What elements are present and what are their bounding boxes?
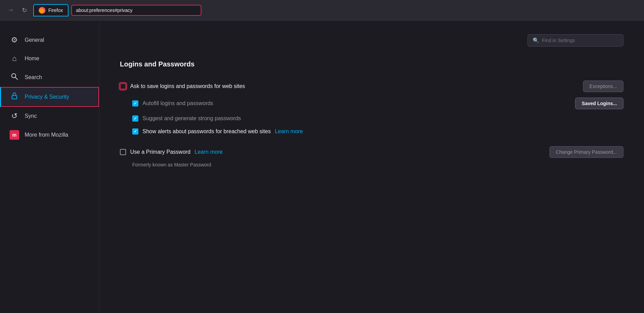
label-autofill: Autofill logins and passwords [143, 100, 213, 107]
home-icon: ⌂ [10, 54, 19, 63]
checkbox-ask-save[interactable] [120, 83, 126, 89]
address-bar[interactable] [71, 5, 201, 16]
setting-primary-password-left: Use a Primary Password Learn more [120, 149, 223, 155]
setting-autofill: Autofill logins and passwords Saved Logi… [120, 95, 623, 112]
section-title: Logins and Passwords [120, 60, 623, 71]
primary-password-section: Use a Primary Password Learn more Change… [120, 143, 623, 167]
gear-icon: ⚙ [10, 36, 19, 45]
find-settings-area: 🔍 [120, 34, 623, 47]
tab-label: Firefox [48, 8, 63, 13]
sidebar-label-search: Search [25, 74, 42, 80]
setting-breach-alerts: Show alerts about passwords for breached… [120, 125, 623, 138]
saved-logins-button[interactable]: Saved Logins... [575, 98, 623, 109]
setting-autofill-left: Autofill logins and passwords [132, 100, 213, 107]
sidebar-label-privacy: Privacy & Security [25, 94, 69, 100]
forward-button[interactable]: → [5, 4, 16, 16]
firefox-logo-icon [39, 7, 46, 14]
main-layout: ⚙ General ⌂ Home Search Priva [0, 21, 644, 313]
sidebar-item-general[interactable]: ⚙ General [0, 31, 99, 49]
breach-alerts-learn-more-link[interactable]: Learn more [275, 128, 303, 135]
find-search-icon: 🔍 [533, 37, 539, 43]
label-primary-password: Use a Primary Password [130, 149, 190, 155]
lock-icon [10, 92, 19, 102]
checkbox-autofill[interactable] [132, 100, 138, 107]
sync-icon: ↺ [10, 112, 19, 121]
tab-area: Firefox [33, 4, 639, 16]
setting-suggest: Suggest and generate strong passwords [120, 112, 623, 125]
exceptions-button[interactable]: Exceptions... [583, 80, 623, 92]
find-in-settings-wrap: 🔍 [528, 34, 623, 47]
sidebar-label-mozilla: More from Mozilla [25, 132, 68, 138]
search-icon [10, 73, 19, 82]
label-suggest: Suggest and generate strong passwords [143, 115, 241, 122]
change-primary-password-button[interactable]: Change Primary Password... [549, 146, 623, 158]
mozilla-icon: m [10, 130, 19, 140]
sidebar-label-general: General [25, 37, 44, 43]
firefox-tab[interactable]: Firefox [33, 4, 69, 16]
content-area: 🔍 Logins and Passwords Ask to save login… [99, 21, 644, 313]
sidebar-item-sync[interactable]: ↺ Sync [0, 107, 99, 125]
label-breach-alerts: Show alerts about passwords for breached… [143, 128, 271, 135]
reload-button[interactable]: ↻ [20, 4, 29, 16]
svg-line-1 [15, 77, 18, 80]
setting-ask-save-left: Ask to save logins and passwords for web… [120, 83, 245, 89]
primary-password-helper: Formerly known as Master Password [120, 161, 623, 167]
find-in-settings-input[interactable] [542, 38, 618, 43]
primary-password-learn-more-link[interactable]: Learn more [195, 149, 223, 155]
svg-rect-2 [12, 96, 17, 99]
browser-toolbar: → ↻ Firefox [0, 0, 644, 21]
sidebar-item-home[interactable]: ⌂ Home [0, 49, 99, 68]
checkbox-suggest[interactable] [132, 115, 138, 122]
sidebar-item-search[interactable]: Search [0, 68, 99, 87]
checkbox-primary-password[interactable] [120, 149, 126, 155]
label-ask-save: Ask to save logins and passwords for web… [130, 83, 245, 89]
logins-passwords-section: Logins and Passwords Ask to save logins … [120, 60, 623, 167]
sidebar-item-privacy[interactable]: Privacy & Security [0, 87, 99, 107]
sidebar-label-sync: Sync [25, 113, 37, 119]
sidebar-label-home: Home [25, 55, 39, 62]
checkbox-breach-alerts[interactable] [132, 128, 138, 135]
sidebar: ⚙ General ⌂ Home Search Priva [0, 21, 99, 313]
setting-ask-save: Ask to save logins and passwords for web… [120, 78, 623, 95]
setting-primary-password: Use a Primary Password Learn more Change… [120, 143, 623, 161]
sidebar-item-mozilla[interactable]: m More from Mozilla [0, 125, 99, 145]
